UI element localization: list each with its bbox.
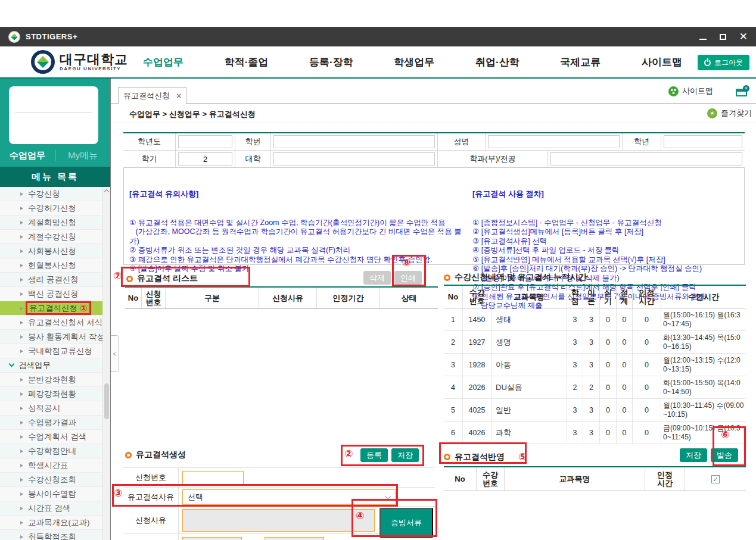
send-button[interactable]: 발송 [711, 448, 738, 462]
grade-input[interactable] [664, 135, 742, 148]
nav-item[interactable]: 등록·장학 [309, 55, 353, 69]
course-no: 5 [444, 399, 463, 421]
student-info-form: 학년도 학번 성명 학년 학기 대학 학과(부)/전공 [123, 132, 745, 168]
course-design: 0 [617, 354, 633, 376]
scrollbar-thumb[interactable] [104, 383, 109, 419]
course-time: 화(13:30~14:45) 목(15:00~16:15) [661, 331, 746, 353]
sidebar-menu-item[interactable]: 수강학점안내 [0, 444, 110, 458]
menu-item-label: 폐강강좌현황 [28, 389, 76, 399]
sidebar-menu-item[interactable]: 학생시간표 [0, 458, 110, 473]
sidebar-menu-item[interactable]: 검색업무 [0, 358, 110, 373]
nav-item[interactable]: 취업·산학 [475, 55, 519, 69]
course-recognized-hours: 0 [633, 354, 661, 376]
tab-absence-request[interactable]: 유고결석신청 × [118, 87, 186, 104]
column-header: 신청사유 [259, 288, 317, 308]
department-input[interactable] [550, 152, 742, 166]
menu-item-label: 계절희망신청 [28, 217, 76, 228]
menu-item-label: 수업계획서 검색 [28, 432, 86, 442]
notice-line: ③ [유고결석사유] 선택 [472, 237, 741, 246]
course-table-row: 3 1928 아동 3 3 0 0 0 월(12:00~13:15) 수(12:… [444, 354, 746, 376]
sidebar-menu-item[interactable]: 교과목개요(교과) [0, 516, 110, 530]
course-code: 2026 [463, 376, 491, 398]
sidebar-menu-item[interactable]: 수업계획서 검색 [0, 430, 110, 444]
reason-type-label: 유고결석사유 [123, 488, 179, 506]
scroll-up-icon[interactable] [103, 190, 110, 198]
course-theory: 3 [583, 331, 600, 353]
sidebar-menu-item[interactable]: 계절수강신청 [0, 230, 110, 244]
sidebar-menu-item[interactable]: 백신 공결신청 [0, 287, 110, 301]
print-button[interactable]: 인쇄 [394, 271, 422, 285]
sidebar-menu-item[interactable]: 유고결석신청서 서식 [0, 316, 110, 330]
evidence-button[interactable]: 증빙서류 [379, 508, 433, 538]
sidebar-menu-item[interactable]: 봉사 활동계획서 작성 [0, 330, 110, 344]
sidebar-tab-work[interactable]: 수업업무 [0, 150, 55, 161]
logout-button[interactable]: 로그아웃 [698, 55, 749, 70]
menu-arrow-icon [20, 435, 23, 439]
sidebar-menu-item[interactable]: 수강신청 [0, 187, 110, 201]
sidebar-menu-item[interactable]: 유고결석신청 ① [0, 301, 110, 316]
sidebar-menu-item[interactable]: 수강신청조회 [0, 473, 110, 487]
college-input[interactable] [273, 152, 435, 166]
nav-item[interactable]: 학생업무 [394, 55, 434, 69]
sidebar-tab-mymenu[interactable]: My메뉴 [55, 150, 110, 161]
sidebar-menu-item[interactable]: 헌혈봉사신청 [0, 258, 110, 273]
favorite-button[interactable]: ★ 즐겨찾기 [707, 108, 752, 118]
nav-item[interactable]: 국제교류 [560, 55, 601, 69]
sidebar-menu-item[interactable]: 시간표 검색 [0, 501, 110, 516]
sidebar-menu-item[interactable]: 국내학점교류신청 [0, 344, 110, 358]
course-recognized-hours: 0 [633, 331, 661, 353]
sidebar-menu-item[interactable]: 사회봉사신청 [0, 244, 110, 258]
register-button[interactable]: 등록 [360, 448, 388, 462]
close-icon[interactable]: ✕ [739, 33, 748, 41]
course-time: 화(15:00~15:50) 목(14:00~14:50) [661, 376, 746, 398]
sidebar-tabs: 수업업무 My메뉴 [0, 147, 110, 164]
maximize-icon[interactable] [720, 34, 726, 40]
university-logo: 대구대학교 DAEGU UNIVERSITY [31, 50, 128, 74]
sidebar-menu-item[interactable]: 취득학점조회 [0, 530, 110, 540]
period-start-input[interactable] [182, 537, 242, 540]
sidebar-collapse-handle[interactable]: < [111, 335, 119, 372]
select-all-checkbox[interactable]: ✓ [711, 475, 720, 483]
nav-item[interactable]: 학적·졸업 [225, 55, 269, 69]
delete-button[interactable]: 삭제 [363, 271, 391, 285]
university-seal-icon [31, 50, 55, 74]
reflection-save-button[interactable]: 저장 [680, 448, 707, 462]
semester-input[interactable] [178, 152, 232, 166]
sidebar: 수업업무 My메뉴 메뉴 목록 수강신청 수강허 [0, 79, 111, 540]
close-all-tabs-icon[interactable] [736, 89, 747, 96]
sidebar-menu-item[interactable]: 분반강좌현황 [0, 373, 110, 387]
sidebar-menu-item[interactable]: 생리 공결신청 [0, 273, 110, 287]
nav-item[interactable]: 수업업무 [143, 55, 183, 69]
request-no-input[interactable] [182, 471, 244, 485]
sidebar-menu-item[interactable]: 폐강강좌현황 [0, 387, 110, 401]
tab-close-icon[interactable]: × [176, 91, 181, 101]
reason-textarea[interactable] [182, 509, 375, 532]
menu-arrow-icon [20, 535, 23, 539]
save-button[interactable]: 저장 [391, 448, 419, 462]
menu-arrow-icon [20, 207, 23, 210]
course-credit: 3 [567, 331, 583, 353]
period-label: 인정기간 [123, 534, 179, 540]
sitemap-shortcut[interactable]: 사이트맵 [668, 86, 713, 96]
sidebar-menu-item[interactable]: 성적공시 [0, 401, 110, 416]
course-time: 월(12:00~13:15) 수(12:00~13:15) [661, 354, 746, 376]
sidebar-menu-item[interactable]: 봉사이수열람 [0, 487, 110, 501]
minimize-icon[interactable] [699, 39, 707, 40]
student-id-label: 학번 [235, 133, 271, 150]
nav-item[interactable]: 사이트맵 [642, 55, 682, 69]
course-table: No수강 번호교과목명학 점이 론실 기설 계인정 시간수업시간 1 1450 … [444, 285, 746, 444]
power-icon [704, 60, 711, 66]
year-input[interactable] [178, 135, 232, 148]
reason-type-select[interactable]: 선택 [182, 489, 396, 505]
name-input[interactable] [488, 135, 620, 148]
period-end-input[interactable] [265, 537, 324, 540]
sidebar-menu-item[interactable]: 수업평가결과 [0, 416, 110, 430]
sidebar-scrollbar[interactable] [102, 187, 110, 540]
column-header: 상태 [380, 288, 438, 308]
app-header: 대구대학교 DAEGU UNIVERSITY 수업업무학적·졸업등록·장학학생업… [0, 46, 756, 79]
year-label: 학년도 [123, 133, 176, 150]
sidebar-menu-item[interactable]: 계절희망신청 [0, 216, 110, 230]
student-id-input[interactable] [273, 135, 435, 148]
sidebar-menu-item[interactable]: 수강허가신청 [0, 201, 110, 216]
menu-item-label: 사회봉사신청 [28, 246, 76, 257]
